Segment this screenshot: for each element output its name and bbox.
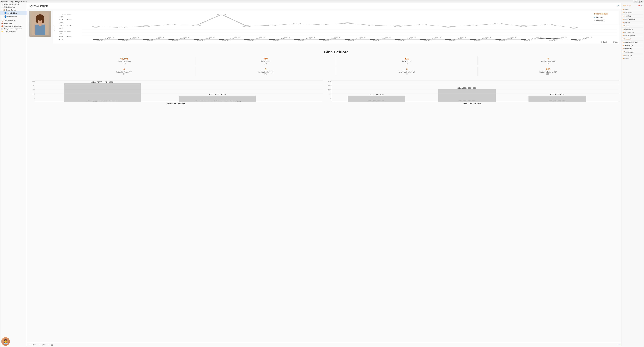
- sidebar-item-export-docs[interactable]: 📤 Export data & documents: [0, 25, 27, 27]
- svg-rect-64: [496, 39, 501, 40]
- nav-right-btn[interactable]: →: [618, 344, 620, 346]
- year-next1-btn[interactable]: →: [37, 344, 41, 346]
- year-prev-btn[interactable]: ←: [28, 344, 32, 346]
- rp-item-anstellung[interactable]: Anstellung: [621, 54, 644, 57]
- plus-icon: +: [1, 4, 3, 5]
- year-next2-btn[interactable]: →: [46, 344, 50, 346]
- svg-point-38: [344, 22, 351, 24]
- svg-point-8: [41, 19, 42, 20]
- sidebar-item-export[interactable]: 📤 Export data: [0, 22, 27, 25]
- right-panel-header: Personal 📌 Aa: [621, 3, 644, 8]
- sidebar-person-gina[interactable]: 👤 Gina Belfiore: [0, 11, 27, 15]
- svg-rect-63: [470, 39, 476, 40]
- svg-point-4: [42, 17, 44, 23]
- user-avatar-large: 🧑‍💼: [1, 337, 10, 346]
- rp-item-personelle[interactable]: Personelle Angaben: [621, 41, 644, 44]
- svg-point-32: [193, 25, 200, 26]
- app-window: MyPrivate Family Office [Build 80287] ─ …: [0, 0, 644, 347]
- rp-item-versicherung[interactable]: Versicherung: [621, 50, 644, 54]
- font-button[interactable]: Aa: [641, 4, 642, 6]
- rp-item-cashflow[interactable]: Cashflow: [621, 14, 644, 18]
- svg-point-33: [218, 14, 225, 15]
- svg-rect-62: [445, 39, 451, 40]
- svg-point-28: [92, 26, 100, 27]
- back-button[interactable]: ↩: [617, 4, 619, 7]
- chart-area: Thousands 4.5 4 3.5 3 2.5 2: [53, 11, 619, 44]
- radio-konsolidiert[interactable]: ○ Konsolidiert: [594, 19, 616, 21]
- svg-text:4.5: 4.5: [58, 13, 72, 15]
- svg-point-41: [419, 24, 426, 25]
- svg-rect-53: [219, 39, 224, 40]
- radio-individuell[interactable]: ● Individuell: [594, 16, 616, 18]
- svg-text:3: 3: [58, 22, 64, 23]
- rp-item-dokumente[interactable]: Dokumente: [621, 11, 644, 14]
- svg-rect-52: [194, 39, 199, 40]
- svg-text:Ausrüstung: Ausrüstung: [193, 100, 242, 102]
- bericht-icon: 📋: [1, 20, 3, 21]
- pin-button[interactable]: 📌: [638, 4, 640, 6]
- stat-bezurlaub: 0 Bezahlter Urlaub (BU) 0%: [478, 56, 619, 65]
- svg-rect-6: [39, 24, 42, 26]
- cashflow-jahr-title: CASHFLOW PRO JAHR: [326, 103, 619, 105]
- rp-item-abrechnung[interactable]: Abrechnung: [621, 27, 644, 31]
- rp-item-feedback[interactable]: Feedback: [621, 37, 644, 41]
- rp-dot-lohn: [623, 32, 624, 33]
- export-icon: 📤: [1, 22, 3, 24]
- rp-item-verbuchung[interactable]: Verbuchung: [621, 44, 644, 47]
- rp-item-lohnsatze[interactable]: Lohnsätze: [621, 47, 644, 50]
- sidebar-item-archiv[interactable]: 📁 Archiv ausblenden: [0, 30, 27, 33]
- export-docs-icon: 📤: [1, 25, 3, 27]
- stat-zusatz: 800 Zusätzliche Zahlungen (XT) 100%: [478, 67, 619, 76]
- svg-rect-48: [93, 39, 98, 40]
- svg-point-7: [38, 19, 39, 20]
- rp-item-bonus[interactable]: Bonus: [621, 24, 644, 27]
- stat-unbezurlaub: 0 Unbezahlter Urlaub (UU) 0%: [54, 67, 195, 76]
- sidebar-item-analysen[interactable]: 📊 Analysen und Diagramme: [0, 27, 27, 30]
- legend-spesen: Spesen: [609, 41, 618, 43]
- rp-item-notizblock[interactable]: Notizblock: [621, 57, 644, 60]
- title-bar: MyPrivate Family Office [Build 80287] ─ …: [0, 0, 644, 3]
- minimize-button[interactable]: ─: [634, 0, 636, 3]
- filter-icon[interactable]: ⊞: [51, 344, 53, 346]
- svg-point-43: [469, 25, 477, 26]
- rp-dot-lohnsatze: [623, 48, 624, 49]
- svg-rect-49: [118, 39, 124, 40]
- sidebar-person-gianni[interactable]: 👤 Gianni di Bari: [0, 15, 27, 18]
- sidebar-chalet-bianca[interactable]: ▼ 🏠 Chalet Bianca: [0, 8, 27, 11]
- svg-rect-57: [320, 39, 325, 40]
- rp-dot-arbeits-rapport: [623, 19, 624, 20]
- cashflow-typ-area: 2000 1500 1000 500 0: [35, 80, 323, 102]
- main-header: MyPrivate Insights ↩: [27, 3, 621, 9]
- rp-item-spesen[interactable]: Spesen: [621, 21, 644, 24]
- svg-text:550: 550: [208, 94, 226, 95]
- title-bar-controls: ─ □ ✕: [634, 0, 643, 3]
- rp-dot-abrechnung: [623, 29, 624, 29]
- rp-item-lohn[interactable]: Lohn-Bezüge: [621, 31, 644, 34]
- svg-rect-51: [168, 39, 174, 40]
- rp-dot-verbuchung: [623, 45, 624, 46]
- rp-item-sozial[interactable]: Sozialabgaben: [621, 34, 644, 37]
- svg-rect-97: [438, 89, 496, 102]
- rp-item-stelle[interactable]: Stelle: [621, 8, 644, 11]
- svg-rect-60: [395, 39, 400, 40]
- sidebar-item-stelle[interactable]: + Stelle hinzufügen: [0, 6, 27, 8]
- close-button[interactable]: ✕: [640, 0, 643, 3]
- toggle-icon: ▼: [1, 9, 3, 11]
- rp-dot-anstellung: [623, 55, 624, 56]
- rp-item-arbeits-rapport[interactable]: Arbeits-Rapport: [621, 18, 644, 21]
- building-icon: 🏠: [3, 9, 5, 11]
- sidebar-item-bericht[interactable]: 📋 Bericht erstellen: [0, 19, 27, 22]
- sidebar: + Kategorie hinzufügen + Stelle hinzufüg…: [0, 3, 27, 347]
- svg-text:2: 2: [58, 27, 64, 29]
- sidebar-item-kategorie[interactable]: + Kategorie hinzufügen: [0, 3, 27, 6]
- spesen-line: [609, 42, 612, 42]
- stat-kurzkrank: 0 Kurzeitige Krankheit (KK) 0%: [195, 67, 336, 76]
- analysis-title: Personalanalyse: [594, 13, 616, 15]
- svg-point-37: [318, 24, 326, 25]
- maximize-button[interactable]: □: [637, 0, 640, 3]
- bottom-nav: ← 2021 → 2023 → ⊞ →: [27, 343, 621, 347]
- svg-text:1.5: 1.5: [58, 30, 72, 32]
- chart-legend: Gehalt Spesen: [54, 41, 618, 43]
- rp-dot-stelle: [623, 9, 624, 10]
- svg-rect-88: [64, 83, 140, 102]
